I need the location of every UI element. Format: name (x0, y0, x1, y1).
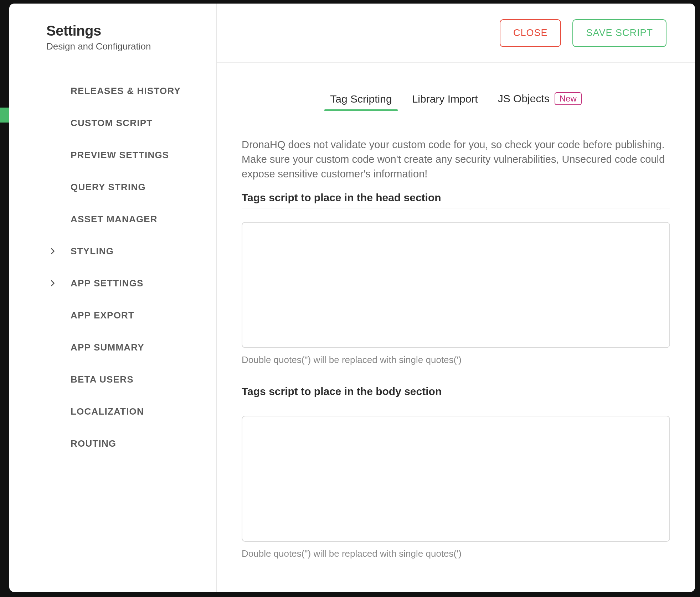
sidebar-item-label: BETA USERS (71, 374, 134, 385)
sidebar-item-asset-manager[interactable]: ASSET MANAGER (9, 203, 216, 235)
sidebar-item-label: LOCALIZATION (71, 406, 144, 417)
settings-sidebar: Settings Design and Configuration RELEAS… (9, 4, 217, 592)
sidebar-item-query-string[interactable]: QUERY STRING (9, 171, 216, 203)
save-script-button[interactable]: SAVE SCRIPT (572, 19, 666, 47)
sidebar-item-label: PREVIEW SETTINGS (71, 150, 169, 161)
tab-label: JS Objects (498, 93, 550, 105)
sidebar-item-localization[interactable]: LOCALIZATION (9, 395, 216, 427)
sidebar-nav: RELEASES & HISTORYCUSTOM SCRIPTPREVIEW S… (9, 65, 216, 460)
sidebar-item-custom-script[interactable]: CUSTOM SCRIPT (9, 107, 216, 139)
sidebar-item-routing[interactable]: ROUTING (9, 427, 216, 460)
sidebar-item-styling[interactable]: STYLING (9, 235, 216, 267)
sidebar-item-app-export[interactable]: APP EXPORT (9, 299, 216, 331)
sidebar-item-label: APP EXPORT (71, 310, 134, 321)
head-section-title: Tags script to place in the head section (242, 192, 670, 208)
sidebar-item-label: QUERY STRING (71, 182, 146, 193)
body-section-title: Tags script to place in the body section (242, 385, 670, 402)
sidebar-item-releases-history[interactable]: RELEASES & HISTORY (9, 75, 216, 107)
head-script-hint: Double quotes(") will be replaced with s… (242, 354, 670, 365)
chevron-right-icon (48, 278, 58, 288)
sidebar-item-beta-users[interactable]: BETA USERS (9, 363, 216, 395)
sidebar-item-label: APP SETTINGS (71, 278, 144, 289)
body-script-input[interactable] (242, 416, 670, 542)
sidebar-item-preview-settings[interactable]: PREVIEW SETTINGS (9, 139, 216, 171)
sidebar-subtitle: Design and Configuration (46, 41, 216, 52)
close-button[interactable]: CLOSE (500, 19, 561, 47)
sidebar-item-app-settings[interactable]: APP SETTINGS (9, 267, 216, 299)
sidebar-title: Settings (46, 23, 216, 39)
main-panel: CLOSE SAVE SCRIPT Tag ScriptingLibrary I… (217, 4, 695, 592)
tab-tag-scripting[interactable]: Tag Scripting (330, 93, 392, 111)
sidebar-item-label: ROUTING (71, 438, 116, 449)
sidebar-item-label: RELEASES & HISTORY (71, 85, 181, 97)
head-script-input[interactable] (242, 222, 670, 348)
sidebar-item-label: ASSET MANAGER (71, 214, 158, 225)
new-badge: New (555, 92, 582, 105)
tab-label: Library Import (412, 93, 478, 105)
tabs: Tag ScriptingLibrary ImportJS ObjectsNew (242, 90, 670, 111)
sidebar-item-label: STYLING (71, 246, 114, 257)
topbar: CLOSE SAVE SCRIPT (217, 4, 695, 63)
warning-text: DronaHQ does not validate your custom co… (242, 137, 670, 182)
tab-label: Tag Scripting (330, 93, 392, 105)
tab-js-objects[interactable]: JS ObjectsNew (498, 92, 582, 111)
body-script-hint: Double quotes(") will be replaced with s… (242, 548, 670, 559)
settings-modal: Settings Design and Configuration RELEAS… (9, 4, 695, 592)
sidebar-item-app-summary[interactable]: APP SUMMARY (9, 331, 216, 363)
sidebar-header: Settings Design and Configuration (9, 23, 216, 65)
sidebar-item-label: CUSTOM SCRIPT (71, 118, 153, 129)
sidebar-item-label: APP SUMMARY (71, 342, 144, 353)
tab-library-import[interactable]: Library Import (412, 93, 478, 111)
content-area: Tag ScriptingLibrary ImportJS ObjectsNew… (217, 63, 695, 592)
chevron-right-icon (48, 246, 58, 256)
